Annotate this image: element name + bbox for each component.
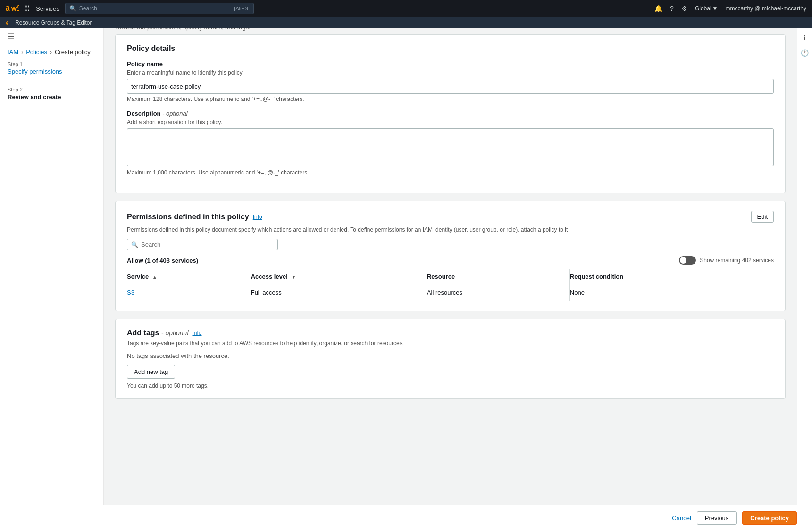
sort-icon-service[interactable]: ▲ [152, 274, 157, 280]
allow-label: Allow (1 of 403 services) [127, 257, 198, 264]
right-panel: ℹ 🕐 [797, 28, 812, 444]
policy-name-constraint: Maximum 128 characters. Use alphanumeric… [127, 96, 774, 102]
policy-details-card: Policy details Policy name Enter a meani… [115, 34, 786, 193]
col-service: Service ▲ [127, 269, 251, 284]
policy-name-input[interactable] [127, 79, 774, 94]
step1-name[interactable]: Specify permissions [8, 68, 96, 75]
tags-title-row: Add tags - optional Info [127, 329, 774, 337]
search-shortcut: [Alt+S] [234, 6, 250, 11]
cell-request-condition: None [569, 284, 774, 301]
tags-hint: You can add up to 50 more tags. [127, 382, 774, 389]
left-sidebar: ☰ IAM › Policies › Create policy Step 1 … [0, 28, 104, 444]
resource-icon: 🏷 [6, 19, 11, 26]
service-link[interactable]: S3 [127, 289, 134, 296]
content-area: Review and create Info Review the permis… [104, 0, 797, 444]
tags-title: Add tags - optional [127, 329, 189, 337]
toggle-row: Show remaining 402 services [679, 256, 774, 265]
hamburger-menu[interactable]: ☰ [0, 28, 103, 45]
services-label[interactable]: Services [36, 5, 59, 12]
search-icon: 🔍 [69, 5, 76, 12]
step-2: Step 2 Review and create [8, 87, 96, 100]
permissions-title-row: Permissions defined in this policy Info [127, 213, 262, 221]
breadcrumb: IAM › Policies › Create policy [8, 49, 96, 61]
nav-right: 🔔 ? ⚙ Global ▼ mmccarthy @ michael-mccar… [654, 5, 806, 12]
tags-desc: Tags are key-value pairs that you can ad… [127, 340, 774, 347]
sort-icon-access[interactable]: ▼ [291, 274, 296, 280]
step-divider [8, 83, 96, 83]
search-input[interactable] [79, 5, 231, 12]
breadcrumb-sep2: › [50, 49, 52, 56]
policy-name-group: Policy name Enter a meaningful name to i… [127, 60, 774, 102]
region-selector[interactable]: Global ▼ [695, 5, 718, 12]
settings-icon[interactable]: ⚙ [681, 5, 687, 12]
help-icon[interactable]: ? [670, 5, 674, 12]
user-menu[interactable]: mmccarthy @ michael-mccarthy [725, 5, 806, 12]
toggle-switch[interactable] [679, 256, 696, 265]
permissions-search[interactable]: 🔍 [127, 239, 278, 250]
tags-card: Add tags - optional Info Tags are key-va… [115, 319, 786, 399]
breadcrumb-current: Create policy [55, 49, 91, 56]
no-tags-text: No tags associated with the resource. [127, 352, 774, 359]
breadcrumb-iam[interactable]: IAM [8, 49, 18, 56]
notifications-icon[interactable]: 🔔 [654, 5, 662, 12]
resource-label: Resource Groups & Tag Editor [15, 19, 92, 26]
cell-service: S3 [127, 284, 251, 301]
add-tag-button[interactable]: Add new tag [127, 365, 175, 379]
policy-desc-textarea[interactable] [127, 128, 774, 166]
permissions-header: Permissions defined in this policy Info … [127, 211, 774, 223]
permissions-card: Permissions defined in this policy Info … [115, 201, 786, 311]
grid-icon[interactable]: ⠿ [25, 4, 30, 13]
tags-info-link[interactable]: Info [193, 330, 202, 336]
top-nav: ⠿ Services 🔍 [Alt+S] 🔔 ? ⚙ Global ▼ mmcc… [0, 0, 812, 17]
toggle-label: Show remaining 402 services [700, 257, 774, 264]
step1-label: Step 1 [8, 61, 96, 67]
policy-details-title: Policy details [127, 44, 774, 53]
table-row: S3 Full access All resources None [127, 284, 774, 301]
step2-name: Review and create [8, 93, 96, 100]
sidebar-steps: IAM › Policies › Create policy Step 1 Sp… [0, 45, 103, 112]
cell-access-level: Full access [251, 284, 427, 301]
policy-desc-group: Description - optional Add a short expla… [127, 110, 774, 176]
breadcrumb-policies[interactable]: Policies [26, 49, 47, 56]
permissions-table: Service ▲ Access level ▼ Resource Reques… [127, 269, 774, 301]
desc-optional: - optional [162, 110, 187, 117]
step-1: Step 1 Specify permissions [8, 61, 96, 75]
step2-label: Step 2 [8, 87, 96, 92]
breadcrumb-sep1: › [21, 49, 23, 56]
permissions-title: Permissions defined in this policy [127, 213, 249, 221]
cell-resource: All resources [427, 284, 569, 301]
edit-button[interactable]: Edit [751, 211, 774, 223]
policy-desc-hint: Add a short explanation for this policy. [127, 119, 774, 125]
permissions-desc: Permissions defined in this policy docum… [127, 226, 774, 233]
resource-bar: 🏷 Resource Groups & Tag Editor [0, 17, 812, 28]
right-clock-icon[interactable]: 🕐 [801, 49, 809, 57]
perm-search-icon: 🔍 [131, 241, 138, 248]
allow-row: Allow (1 of 403 services) Show remaining… [127, 256, 774, 265]
aws-logo[interactable] [6, 4, 19, 13]
policy-desc-label: Description - optional [127, 110, 774, 117]
permissions-info-link[interactable]: Info [253, 214, 262, 220]
col-access-level: Access level ▼ [251, 269, 427, 284]
col-resource: Resource [427, 269, 569, 284]
policy-name-label: Policy name [127, 60, 774, 67]
perm-search-input[interactable] [141, 241, 274, 248]
table-header-row: Service ▲ Access level ▼ Resource Reques… [127, 269, 774, 284]
right-info-icon[interactable]: ℹ [804, 34, 806, 41]
policy-name-hint: Enter a meaningful name to identify this… [127, 69, 774, 76]
policy-desc-constraint: Maximum 1,000 characters. Use alphanumer… [127, 169, 774, 176]
col-request-condition: Request condition [569, 269, 774, 284]
search-bar[interactable]: 🔍 [Alt+S] [65, 3, 254, 14]
